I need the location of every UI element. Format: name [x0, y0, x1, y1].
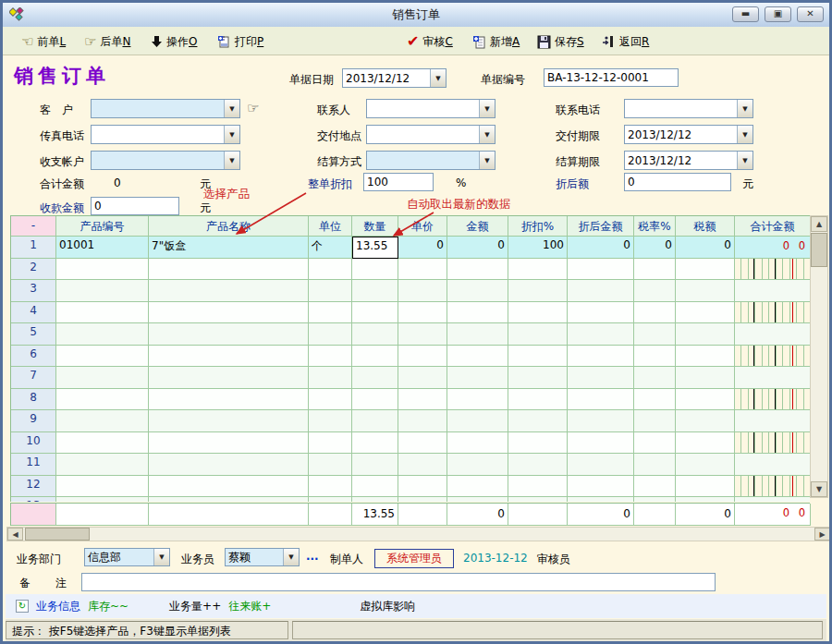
grid-cell-ledger-empty[interactable] [735, 432, 810, 455]
grid-cell-empty[interactable] [568, 410, 634, 432]
grid-cell-empty[interactable] [149, 389, 309, 411]
grid-rowheader-13[interactable]: 13 [11, 497, 56, 502]
grid-cell-empty[interactable] [634, 302, 676, 324]
grid-cell-empty[interactable] [568, 280, 634, 302]
scroll-down-icon[interactable]: ▼ [811, 481, 827, 497]
grid-cell-empty[interactable] [352, 259, 398, 281]
grid-cell-empty[interactable] [398, 302, 447, 324]
grid-cell-empty[interactable] [398, 389, 447, 411]
grid-cell-empty[interactable] [676, 476, 735, 498]
grid-cell-empty[interactable] [634, 323, 676, 346]
grid-cell-empty[interactable] [149, 367, 309, 389]
grid-horizontal-scrollbar[interactable]: ◀ ▶ [6, 527, 831, 541]
grid-rowheader-5[interactable]: 5 [11, 323, 56, 346]
grid-cell-empty[interactable] [508, 410, 568, 432]
grid-cell-empty[interactable] [149, 302, 309, 324]
grid-cell-empty[interactable] [352, 367, 398, 389]
grid-cell-empty[interactable] [149, 454, 309, 476]
grid-cell-empty[interactable] [398, 410, 447, 432]
tab-virtual-stock[interactable]: 虚拟库影响 [360, 599, 415, 614]
grid-cell-empty[interactable] [309, 346, 352, 368]
grid-cell-empty[interactable] [149, 476, 309, 498]
new-button[interactable]: 新增A [469, 31, 523, 52]
grid-cell-empty[interactable] [352, 410, 398, 432]
delivery-term-combo[interactable]: 2013/12/12▼ [624, 125, 753, 144]
grid-cell-empty[interactable] [352, 497, 398, 502]
grid-cell-empty[interactable] [568, 259, 634, 281]
doc-date-combo[interactable]: 2013/12/12▼ [342, 68, 447, 88]
grid-cell-empty[interactable] [634, 454, 676, 476]
close-button[interactable]: ✕ [797, 6, 824, 22]
grid-cell-empty[interactable] [398, 367, 447, 389]
grid-cell-empty[interactable] [634, 367, 676, 389]
fax-combo[interactable]: ▼ [91, 125, 240, 144]
grid-cell-empty[interactable] [149, 323, 309, 346]
operations-button[interactable]: 操作O [147, 31, 201, 52]
chevron-down-icon[interactable]: ▼ [430, 69, 446, 87]
salesman-combo[interactable]: 蔡颖▼ [225, 548, 300, 566]
grid-cell-empty[interactable] [447, 497, 508, 502]
grid-cell-empty[interactable] [568, 389, 634, 411]
grid-cell-empty[interactable] [309, 302, 352, 324]
grid-cell-ledger-empty[interactable] [735, 259, 810, 281]
grid-cell-empty[interactable] [508, 476, 568, 498]
vscroll-thumb[interactable] [811, 233, 827, 267]
grid-cell-empty[interactable] [56, 280, 149, 302]
save-button[interactable]: 保存S [533, 31, 588, 52]
grid-cell-empty[interactable] [309, 389, 352, 411]
grid-cell-empty[interactable] [676, 302, 735, 324]
grid-cell-empty[interactable] [447, 476, 508, 498]
settle-term-combo[interactable]: 2013/12/12▼ [624, 151, 753, 170]
grid-cell-empty[interactable] [56, 432, 149, 455]
grid-cell-empty[interactable] [508, 346, 568, 368]
grid-cell-empty[interactable] [568, 476, 634, 498]
account-combo[interactable]: ▼ [91, 151, 240, 170]
grid-cell-empty[interactable] [568, 323, 634, 346]
grid-cell-empty[interactable] [56, 454, 149, 476]
grid-cell-empty[interactable] [309, 476, 352, 498]
grid-rowheader-1[interactable]: 1 [11, 237, 56, 259]
grid-cell-empty[interactable] [676, 259, 735, 281]
tab-business-info[interactable]: 业务信息 [36, 599, 80, 614]
chevron-down-icon[interactable]: ▼ [153, 549, 169, 565]
grid-cell-empty[interactable] [56, 389, 149, 411]
grid-cell-empty[interactable] [398, 497, 447, 502]
refresh-icon[interactable]: ↻ [16, 600, 29, 613]
grid-cell-empty[interactable] [398, 346, 447, 368]
customer-combo[interactable]: ▼ [91, 99, 240, 118]
discounted-input[interactable]: 0 [624, 173, 731, 191]
grid-cell-empty[interactable] [352, 323, 398, 346]
grid-cell-empty[interactable] [508, 280, 568, 302]
grid-cell-empty[interactable] [568, 454, 634, 476]
grid-cell-empty[interactable] [447, 323, 508, 346]
grid-cell-ledger-empty[interactable] [735, 302, 810, 324]
grid-cell-empty[interactable] [56, 367, 149, 389]
grid-cell-ledger-empty[interactable] [735, 454, 810, 476]
grid-cell-empty[interactable] [634, 259, 676, 281]
grid-cell-empty[interactable] [352, 432, 398, 455]
grid-cell-empty[interactable] [508, 259, 568, 281]
grid-cell-empty[interactable] [508, 302, 568, 324]
grid-cell-empty[interactable] [398, 454, 447, 476]
grid-cell-empty[interactable] [447, 259, 508, 281]
grid-cell-empty[interactable] [508, 497, 568, 502]
grid-cell-empty[interactable] [309, 280, 352, 302]
tab-business-volume[interactable]: 业务量++ [169, 599, 221, 614]
grid-cell-empty[interactable] [568, 346, 634, 368]
scroll-right-icon[interactable]: ▶ [814, 528, 830, 541]
scroll-up-icon[interactable]: ▲ [811, 216, 827, 232]
grid-cell-empty[interactable] [398, 323, 447, 346]
grid-cell-empty[interactable] [352, 476, 398, 498]
prev-doc-button[interactable]: ☜ 前单L [18, 31, 69, 52]
return-button[interactable]: 返回R [598, 31, 653, 52]
scroll-left-icon[interactable]: ◀ [7, 528, 23, 541]
chevron-down-icon[interactable]: ▼ [224, 152, 239, 169]
minimize-button[interactable]: ▬ [732, 6, 759, 22]
grid-cell-ledger-empty[interactable] [735, 367, 810, 389]
grid-rowheader-6[interactable]: 6 [11, 346, 56, 368]
contact-phone-combo[interactable]: ▼ [624, 99, 753, 118]
grid-cell-empty[interactable] [676, 280, 735, 302]
grid-cell-price[interactable]: 0 [398, 237, 447, 259]
grid-cell-empty[interactable] [309, 497, 352, 502]
grid-cell-empty[interactable] [352, 302, 398, 324]
